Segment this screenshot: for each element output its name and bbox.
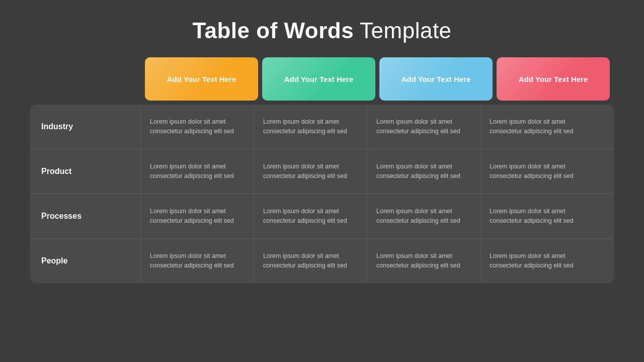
data-cell: Lorem ipsum dolor sit amet consectetur a…	[480, 105, 594, 149]
data-cell: Lorem ipsum dolor sit amet consectetur a…	[367, 239, 480, 283]
data-cell: Lorem ipsum dolor sit amet consectetur a…	[480, 149, 594, 194]
header-cell-3: Add Your Text Here	[379, 57, 493, 101]
row-label-product: Product	[30, 149, 141, 194]
table-wrapper: Add Your Text HereAdd Your Text HereAdd …	[30, 57, 614, 283]
data-cell: Lorem ipsum dolor sit amet consectetur a…	[367, 105, 480, 149]
data-cell: Lorem ipsum dolor sit amet consectetur a…	[480, 239, 594, 283]
row-label-processes: Processes	[30, 194, 141, 238]
data-cell: Lorem ipsum dolor sit amet consectetur a…	[254, 149, 367, 194]
data-cell: Lorem ipsum dolor sit amet consectetur a…	[141, 105, 254, 149]
data-cell: Lorem ipsum dolor sit amet consectetur a…	[141, 239, 254, 283]
table-row: ProcessesLorem ipsum dolor sit amet cons…	[30, 194, 614, 239]
table-row: IndustryLorem ipsum dolor sit amet conse…	[30, 105, 614, 149]
data-cell: Lorem ipsum dolor sit amet consectetur a…	[141, 194, 254, 238]
body-table: IndustryLorem ipsum dolor sit amet conse…	[30, 105, 614, 283]
data-cell: Lorem ipsum dolor sit amet consectetur a…	[480, 194, 594, 238]
row-label-people: People	[30, 239, 141, 283]
row-label-industry: Industry	[30, 105, 141, 149]
header-cell-4: Add Your Text Here	[497, 57, 610, 101]
table-row: PeopleLorem ipsum dolor sit amet consect…	[30, 239, 614, 283]
title-bold: Table of Words	[192, 18, 354, 43]
title-regular: Template	[354, 18, 451, 43]
data-cell: Lorem ipsum dolor sit amet consectetur a…	[367, 194, 480, 238]
data-cell: Lorem ipsum dolor sit amet consectetur a…	[254, 105, 367, 149]
header-cell-1: Add Your Text Here	[145, 57, 258, 101]
header-row: Add Your Text HereAdd Your Text HereAdd …	[145, 57, 614, 101]
data-cell: Lorem ipsum dolor sit amet consectetur a…	[141, 149, 254, 194]
data-cell: Lorem ipsum dolor sit amet consectetur a…	[254, 194, 367, 238]
header-cell-2: Add Your Text Here	[262, 57, 375, 101]
table-row: ProductLorem ipsum dolor sit amet consec…	[30, 149, 614, 194]
data-cell: Lorem ipsum dolor sit amet consectetur a…	[367, 149, 480, 194]
page-title: Table of Words Template	[192, 18, 451, 43]
data-cell: Lorem ipsum dolor sit amet consectetur a…	[254, 239, 367, 283]
